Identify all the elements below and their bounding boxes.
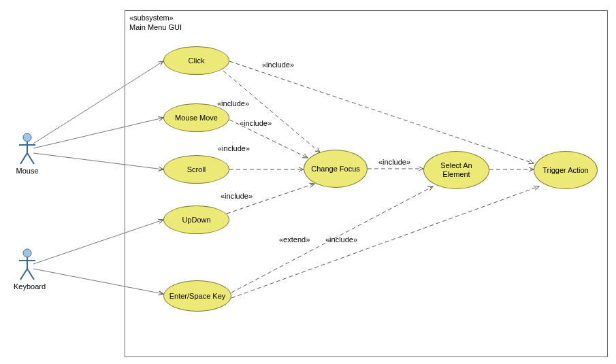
usecase-enter-space: Enter/Space Key [163,280,231,312]
label-scroll-change: «include» [218,144,250,152]
usecase-click: Click [163,46,229,75]
svg-line-9 [27,269,34,280]
diagram-canvas: «subsystem» Main Menu GUI Mouse Keyboard… [0,0,616,364]
label-change-select: «include» [378,158,410,166]
usecase-click-label: Click [189,56,205,65]
label-enter-select: «include» [325,235,357,244]
label-updown-change: «include» [221,192,253,200]
usecase-trigger-action-label: Trigger Action [542,166,588,175]
actor-mouse: Mouse [14,133,41,175]
label-enter-trigger: «extend» [279,235,310,244]
svg-line-3 [20,153,27,164]
label-mousemove-change: «include» [240,119,272,127]
usecase-change-focus-label: Change Focus [311,165,360,173]
actor-mouse-label: Mouse [14,167,41,175]
boundary-name: Main Menu GUI [129,23,182,33]
label-click-trigger: «include» [262,61,294,69]
actor-keyboard: Keyboard [14,248,41,291]
actor-keyboard-label: Keyboard [14,282,41,291]
usecase-scroll: Scroll [163,155,229,184]
usecase-mouse-move-label: Mouse Move [175,114,218,122]
svg-line-4 [27,153,34,164]
usecase-updown-label: UpDown [182,216,210,225]
usecase-updown: UpDown [163,205,229,234]
svg-line-8 [20,269,27,280]
svg-point-0 [23,133,31,142]
boundary-stereotype: «subsystem» [129,14,182,23]
usecase-trigger-action: Trigger Action [534,151,598,189]
svg-point-5 [23,249,31,257]
usecase-enter-space-label: Enter/Space Key [169,292,226,301]
label-click-change: «include» [217,99,249,107]
usecase-select-element-label: Select An Element [428,161,485,178]
usecase-mouse-move: Mouse Move [163,103,229,132]
usecase-change-focus: Change Focus [304,150,368,188]
usecase-scroll-label: Scroll [187,165,206,174]
usecase-select-element: Select An Element [423,151,489,189]
